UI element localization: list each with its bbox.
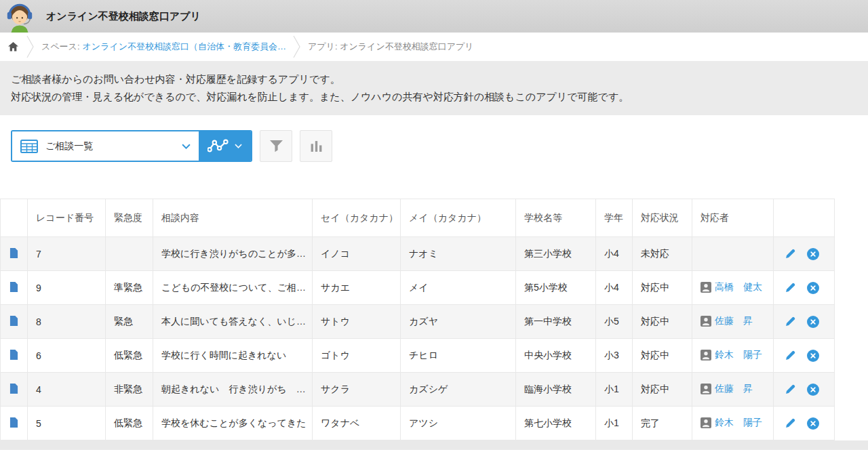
cell-record-no: 7: [28, 237, 106, 271]
cell-sei: ワタナベ: [313, 407, 401, 440]
cell-urgency: 非緊急: [106, 373, 153, 407]
cell-urgency: [106, 237, 153, 271]
table-row: 6 低緊急 学校に行く時間に起きれない ゴトウ チヒロ 中央小学校 小3 対応中…: [1, 339, 835, 373]
table-row: 9 準緊急 こどもの不登校について、ご相… サカエ メイ 第5小学校 小4 対応…: [1, 271, 835, 305]
chart-button[interactable]: [300, 130, 332, 162]
cell-mei: カズヤ: [401, 305, 516, 339]
view-selector[interactable]: ご相談一覧: [12, 131, 199, 161]
bar-chart-icon: [310, 140, 323, 152]
cell-urgency: 低緊急: [106, 407, 153, 440]
cell-status: 対応中: [633, 305, 692, 339]
assignee-link[interactable]: 鈴木 陽子: [715, 349, 762, 361]
app-description-line2: 対応状況の管理・見える化ができるので、対応漏れを防止します。また、ノウハウの共有…: [11, 88, 857, 106]
edit-record-button[interactable]: [785, 316, 795, 327]
chevron-down-icon: [182, 144, 191, 149]
chevron-down-icon: [235, 144, 242, 148]
breadcrumb-separator-icon: [26, 33, 35, 60]
breadcrumb-space-link[interactable]: オンライン不登校相談窓口（自治体・教育委員会…: [83, 41, 287, 53]
edit-record-button[interactable]: [785, 384, 795, 395]
delete-record-button[interactable]: [807, 248, 819, 260]
edit-record-button[interactable]: [785, 418, 795, 429]
cell-grade: 小3: [596, 339, 633, 373]
breadcrumb-space-prefix: スペース:: [41, 41, 80, 53]
assignee-link[interactable]: 佐藤 昇: [715, 315, 753, 327]
cell-record-no: 4: [28, 373, 106, 407]
top-bar: オンライン不登校相談窓口アプリ: [0, 0, 868, 33]
table-row: 4 非緊急 朝起きれない 行き渋りがち … サクラ カズシゲ 臨海小学校 小1 …: [1, 373, 835, 407]
assignee-link[interactable]: 佐藤 昇: [715, 383, 753, 395]
cell-content: 学校を休むことが多くなってきた: [153, 407, 313, 440]
record-file-icon[interactable]: [9, 384, 18, 394]
cell-content: 朝起きれない 行き渋りがち …: [153, 373, 313, 407]
user-icon: [701, 417, 711, 428]
filter-icon: [269, 140, 283, 152]
header-assignee: 対応者: [692, 199, 774, 237]
edit-record-button[interactable]: [785, 283, 795, 293]
delete-record-button[interactable]: [807, 316, 819, 328]
home-icon[interactable]: [8, 42, 18, 51]
cell-school: 中央小学校: [516, 339, 596, 373]
view-selector-value: ご相談一覧: [45, 140, 182, 152]
cell-school: 第三小学校: [516, 237, 596, 271]
cell-sei: サトウ: [313, 305, 401, 339]
delete-record-button[interactable]: [807, 282, 819, 294]
record-file-icon[interactable]: [9, 350, 18, 360]
cell-mei: ナオミ: [401, 237, 516, 271]
cell-content: 本人に聞いても答えなく、いじ…: [153, 305, 313, 339]
header-record-no: レコード番号: [28, 199, 106, 237]
delete-record-button[interactable]: [807, 417, 819, 430]
breadcrumb-separator-icon: [293, 33, 301, 60]
header-school: 学校名等: [516, 199, 596, 237]
cell-record-no: 6: [28, 339, 106, 373]
cell-sei: サカエ: [313, 271, 401, 305]
cell-content: こどもの不登校について、ご相…: [153, 271, 313, 305]
table-header-row: レコード番号 緊急度 相談内容 セイ（カタカナ） メイ（カタカナ） 学校名等 学…: [1, 199, 835, 237]
support-avatar: [4, 1, 35, 33]
header-sei: セイ（カタカナ）: [313, 199, 401, 237]
header-grade: 学年: [596, 199, 633, 237]
table-row: 7 学校に行き渋りがちのことが多… イノコ ナオミ 第三小学校 小4 未対応: [1, 237, 835, 271]
record-file-icon[interactable]: [9, 282, 18, 292]
delete-record-button[interactable]: [807, 350, 819, 362]
cell-urgency: 準緊急: [106, 271, 153, 305]
bottom-band: [0, 440, 868, 450]
header-actions-column: [774, 199, 835, 237]
cell-sei: サクラ: [313, 373, 401, 407]
graph-view-button[interactable]: [199, 131, 251, 161]
cell-grade: 小4: [596, 237, 633, 271]
edit-record-button[interactable]: [785, 249, 795, 260]
cell-school: 臨海小学校: [516, 373, 596, 407]
cell-status: 対応中: [633, 271, 692, 305]
user-icon: [701, 316, 711, 327]
table-row: 5 低緊急 学校を休むことが多くなってきた ワタナベ アツシ 第七小学校 小1 …: [1, 407, 835, 440]
filter-button[interactable]: [260, 130, 292, 162]
assignee-link[interactable]: 高橋 健太: [715, 281, 762, 293]
cell-school: 第5小学校: [516, 271, 596, 305]
user-icon: [701, 384, 711, 394]
header-icon-column: [1, 199, 28, 237]
table-view-icon: [20, 140, 38, 153]
cell-sei: ゴトウ: [313, 339, 401, 373]
record-file-icon[interactable]: [9, 417, 18, 428]
cell-status: 完了: [633, 407, 692, 440]
user-icon: [701, 350, 711, 360]
cell-school: 第一中学校: [516, 305, 596, 339]
cell-mei: チヒロ: [401, 339, 516, 373]
edit-record-button[interactable]: [785, 350, 795, 361]
cell-record-no: 5: [28, 407, 106, 440]
delete-record-button[interactable]: [807, 384, 819, 396]
record-file-icon[interactable]: [9, 316, 18, 326]
cell-status: 未対応: [633, 237, 692, 271]
graph-view-icon: [208, 139, 229, 153]
assignee-link[interactable]: 鈴木 陽子: [715, 417, 762, 429]
cell-grade: 小1: [596, 407, 633, 440]
record-file-icon[interactable]: [9, 248, 18, 258]
app-description-line1: ご相談者様からのお問い合わせ内容・対応履歴を記録するアプリです。: [11, 70, 857, 88]
cell-grade: 小4: [596, 271, 633, 305]
table-row: 8 緊急 本人に聞いても答えなく、いじ… サトウ カズヤ 第一中学校 小5 対応…: [1, 305, 835, 339]
cell-urgency: 低緊急: [106, 339, 153, 373]
cell-content: 学校に行く時間に起きれない: [153, 339, 313, 373]
header-mei: メイ（カタカナ）: [401, 199, 516, 237]
cell-grade: 小5: [596, 305, 633, 339]
cell-mei: アツシ: [401, 407, 516, 440]
